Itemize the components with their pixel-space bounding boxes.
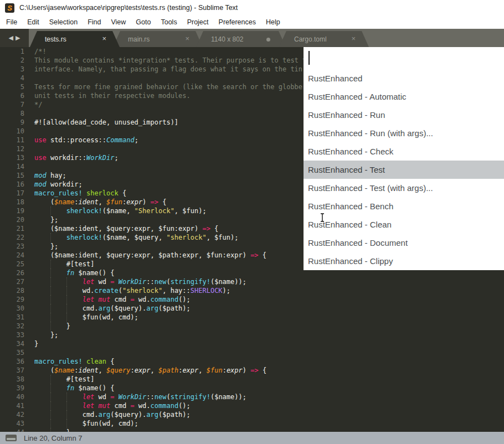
code-line[interactable]: 38#[test] <box>0 375 504 384</box>
menu-tools[interactable]: Tools <box>156 17 182 28</box>
line-number: 12 <box>0 144 24 153</box>
palette-item[interactable]: RustEnhanced - Test <box>304 161 504 179</box>
palette-item[interactable]: RustEnhanced <box>304 69 504 87</box>
code-text: } <box>34 428 70 432</box>
code-line[interactable]: 34} <box>0 339 504 348</box>
indent-guide <box>50 419 66 428</box>
code-line[interactable]: 29let mut cmd = wd.command(); <box>0 295 504 304</box>
line-number: 23 <box>0 242 24 251</box>
tab-label: tests.rs <box>45 35 66 43</box>
indent-guide <box>66 277 83 286</box>
menu-edit[interactable]: Edit <box>22 17 44 28</box>
palette-item[interactable]: RustEnhanced - Automatic <box>304 87 504 106</box>
indent-guide <box>66 401 83 410</box>
indent <box>34 393 50 401</box>
code-line[interactable]: 36macro_rules! clean { <box>0 357 504 366</box>
tab-back-icon[interactable]: ◀ <box>9 35 13 41</box>
code-line[interactable]: 39fn $name() { <box>0 384 504 393</box>
indent <box>34 419 50 428</box>
palette-item[interactable]: RustEnhanced - Clippy <box>304 252 504 270</box>
indent <box>34 251 50 260</box>
indent-guide <box>50 286 66 295</box>
modified-dot-icon <box>266 38 270 42</box>
vintage-mode-icon[interactable] <box>6 435 17 441</box>
menu-preferences[interactable]: Preferences <box>214 17 261 28</box>
indent-guide <box>50 393 66 401</box>
tab-cargo.toml[interactable]: Cargo.toml× <box>279 31 369 47</box>
close-icon[interactable]: × <box>351 34 356 43</box>
code-line[interactable]: 40let wd = WorkDir::new(stringify!($name… <box>0 393 504 401</box>
indent <box>34 331 50 339</box>
line-number: 33 <box>0 331 24 339</box>
line-number: 25 <box>0 260 24 269</box>
line-number: 3 <box>0 65 24 74</box>
text-caret <box>308 51 310 65</box>
indent-guide <box>50 277 66 286</box>
line-number: 4 <box>0 74 24 82</box>
code-text: ($name:ident, $query:expr, $fun:expr) =>… <box>34 224 218 233</box>
line-number: 37 <box>0 366 24 375</box>
line-number: 40 <box>0 393 24 401</box>
indent-guide <box>50 384 66 393</box>
palette-item[interactable]: RustEnhanced - Run (with args)... <box>304 124 504 142</box>
indent <box>34 233 50 242</box>
indent <box>34 277 50 286</box>
code-line[interactable]: 32} <box>0 322 504 331</box>
command-palette-input[interactable] <box>304 47 504 69</box>
code-line[interactable]: 35 <box>0 348 504 357</box>
tab-forward-icon[interactable]: ▶ <box>16 35 20 41</box>
palette-item[interactable]: RustEnhanced - Check <box>304 142 504 161</box>
palette-item[interactable]: RustEnhanced - Run <box>304 106 504 124</box>
line-number: 13 <box>0 153 24 162</box>
sublime-logo-icon: S <box>5 3 14 13</box>
code-line[interactable]: 30cmd.arg($query).arg($path); <box>0 304 504 313</box>
tabs-container: tests.rs×main.rs×1140 x 802Cargo.toml× <box>30 31 369 47</box>
menu-goto[interactable]: Goto <box>131 17 156 28</box>
code-line[interactable]: 31$fun(wd, cmd); <box>0 313 504 322</box>
menu-file[interactable]: File <box>1 17 22 28</box>
palette-item[interactable]: RustEnhanced - Test (with args)... <box>304 179 504 197</box>
line-number: 31 <box>0 313 24 322</box>
tab-main.rs[interactable]: main.rs× <box>113 31 203 47</box>
indent <box>34 269 50 277</box>
palette-item[interactable]: RustEnhanced - Bench <box>304 197 504 215</box>
code-line[interactable]: 37($name:ident, $query:expr, $path:expr,… <box>0 366 504 375</box>
palette-item[interactable]: RustEnhanced - Document <box>304 234 504 252</box>
menu-selection[interactable]: Selection <box>44 17 83 28</box>
tab-1140-x-802[interactable]: 1140 x 802 <box>196 31 286 47</box>
tab-label: 1140 x 802 <box>211 35 244 43</box>
code-line[interactable]: 43$fun(wd, cmd); <box>0 419 504 428</box>
code-text: }; <box>34 242 58 251</box>
code-line[interactable]: 44} <box>0 428 504 432</box>
close-icon[interactable]: × <box>185 34 189 43</box>
code-text: fn $name() { <box>34 269 114 277</box>
indent-guide <box>66 410 83 419</box>
ibeam-cursor-icon <box>320 213 325 222</box>
indent-guide <box>66 393 83 401</box>
menu-project[interactable]: Project <box>182 17 214 28</box>
palette-item[interactable]: RustEnhanced - Clean <box>304 215 504 234</box>
line-number: 24 <box>0 251 24 260</box>
code-line[interactable]: 41let mut cmd = wd.command(); <box>0 401 504 410</box>
indent-guide <box>50 304 66 313</box>
code-line[interactable]: 27let wd = WorkDir::new(stringify!($name… <box>0 277 504 286</box>
code-text: let mut cmd = wd.command(); <box>34 295 191 304</box>
indent-guide <box>50 375 66 384</box>
line-number: 26 <box>0 269 24 277</box>
line-number: 7 <box>0 100 24 109</box>
code-text: #![allow(dead_code, unused_imports)] <box>34 118 178 127</box>
menu-view[interactable]: View <box>106 17 131 28</box>
indent <box>34 375 50 384</box>
indent <box>34 206 50 215</box>
tab-tests.rs[interactable]: tests.rs× <box>30 31 120 47</box>
line-number: 19 <box>0 206 24 215</box>
code-line[interactable]: 33}; <box>0 331 504 339</box>
indent-guide <box>66 304 83 313</box>
indent-guide <box>50 206 66 215</box>
close-icon[interactable]: × <box>102 34 106 43</box>
menu-help[interactable]: Help <box>261 17 285 28</box>
indent-guide <box>50 233 66 242</box>
code-line[interactable]: 28wd.create("sherlock", hay::SHERLOCK); <box>0 286 504 295</box>
code-line[interactable]: 42cmd.arg($query).arg($path); <box>0 410 504 419</box>
menu-find[interactable]: Find <box>83 17 106 28</box>
